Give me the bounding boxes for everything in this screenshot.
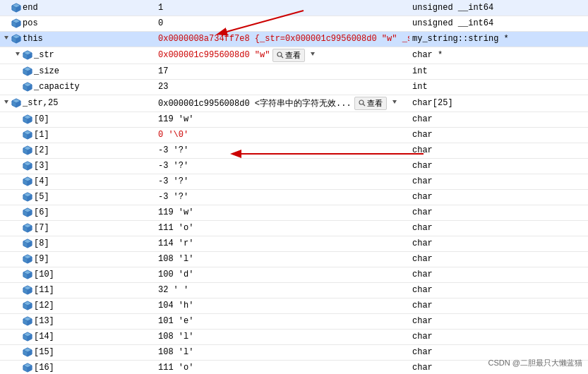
type-cell: char <box>409 174 588 189</box>
value-cell: 17 <box>155 64 409 79</box>
value-cell: 23 <box>155 79 409 95</box>
table-row[interactable]: _capacity23int <box>0 79 588 95</box>
value-text: 0x000001c9956008d0 <字符串中的字符无效... <box>158 97 352 109</box>
var-name: _str <box>34 50 54 60</box>
search-icon <box>359 99 366 107</box>
expand-icon[interactable] <box>3 34 10 44</box>
svg-line-37 <box>363 104 365 107</box>
value-cell: 108 'l' <box>155 344 409 360</box>
type-cell: char <box>409 127 588 143</box>
name-cell: [8] <box>0 236 155 251</box>
expand-value-icon[interactable] <box>391 98 398 108</box>
value-text: 104 'h' <box>158 301 193 310</box>
type-cell: char <box>409 158 588 174</box>
value-cell: 111 'o' <box>155 360 409 374</box>
type-cell: char <box>409 205 588 220</box>
value-text: 17 <box>158 66 168 76</box>
table-row[interactable]: end1unsigned __int64 <box>0 0 588 16</box>
table-row[interactable]: [6]119 'w'char <box>0 205 588 220</box>
type-cell: char <box>409 282 588 298</box>
search-button[interactable]: 查看 <box>354 97 387 110</box>
var-name: [6] <box>34 207 49 217</box>
table-row[interactable]: [12]104 'h'char <box>0 298 588 313</box>
type-cell: char <box>409 111 588 127</box>
table-row[interactable]: [11]32 ' 'char <box>0 282 588 298</box>
debug-container: end1unsigned __int64 pos0unsigned __int6… <box>0 0 588 374</box>
value-text: 111 'o' <box>158 223 193 233</box>
value-text: 119 'w' <box>158 207 193 217</box>
value-cell: -3 '?' <box>155 143 409 158</box>
table-row[interactable]: [14]108 'l'char <box>0 329 588 344</box>
var-name: [10] <box>34 270 54 279</box>
value-cell: -3 '?' <box>155 189 409 205</box>
table-row[interactable]: [8]114 'r'char <box>0 236 588 251</box>
table-row[interactable]: [2]-3 '?'char <box>0 143 588 158</box>
svg-line-21 <box>282 56 284 59</box>
value-text: 32 ' ' <box>158 285 188 295</box>
table-row[interactable]: _size17int <box>0 64 588 79</box>
var-name: [4] <box>34 176 49 186</box>
value-text: 0x000001c9956008d0 "w" <box>158 50 270 60</box>
value-text: 0x0000008a734ff7e8 {_str=0x000001c995600… <box>158 34 409 44</box>
name-cell: [11] <box>0 282 155 298</box>
type-cell: my_string::string * <box>409 31 588 47</box>
value-text: 108 'l' <box>158 254 193 264</box>
expand-icon[interactable] <box>14 50 21 60</box>
name-cell: [3] <box>0 158 155 174</box>
table-row[interactable]: [7]111 'o'char <box>0 220 588 236</box>
value-text: -3 '?' <box>158 145 188 155</box>
var-name: [9] <box>34 254 49 264</box>
value-cell: 119 'w' <box>155 111 409 127</box>
value-text: 108 'l' <box>158 332 193 342</box>
expand-value-icon[interactable] <box>309 50 316 60</box>
table-row[interactable]: _str0x000001c9956008d0 "w" 查看 char * <box>0 47 588 64</box>
var-name: _capacity <box>34 82 80 92</box>
value-text: 114 'r' <box>158 239 193 248</box>
type-cell: int <box>409 79 588 95</box>
table-row[interactable]: [5]-3 '?'char <box>0 189 588 205</box>
table-row[interactable]: [4]-3 '?'char <box>0 174 588 189</box>
svg-point-36 <box>359 100 364 104</box>
search-icon <box>277 52 284 59</box>
type-cell: char <box>409 313 588 329</box>
var-name: [8] <box>34 239 49 248</box>
svg-marker-38 <box>392 100 397 104</box>
name-cell: _str <box>0 47 155 64</box>
name-cell: [5] <box>0 189 155 205</box>
var-name: [11] <box>34 285 54 295</box>
table-row[interactable]: this0x0000008a734ff7e8 {_str=0x000001c99… <box>0 31 588 47</box>
value-text: 0 '\0' <box>158 130 188 140</box>
var-name: [1] <box>34 130 49 140</box>
value-cell: 108 'l' <box>155 329 409 344</box>
table-row[interactable]: [3]-3 '?'char <box>0 158 588 174</box>
table-row[interactable]: [13]101 'e'char <box>0 313 588 329</box>
value-text: -3 '?' <box>158 192 188 202</box>
search-button[interactable]: 查看 <box>272 49 305 62</box>
table-row[interactable]: [10]100 'd'char <box>0 267 588 282</box>
value-text: -3 '?' <box>158 176 188 186</box>
name-cell: [0] <box>0 111 155 127</box>
watermark: CSDN @二胆最只大懒蓝猫 <box>488 358 582 368</box>
table-row[interactable]: [1]0 '\0'char <box>0 127 588 143</box>
expand-icon[interactable] <box>3 98 10 108</box>
value-text: 111 'o' <box>158 363 193 373</box>
name-cell: [6] <box>0 205 155 220</box>
value-cell: 111 'o' <box>155 220 409 236</box>
var-name: [16] <box>34 363 54 373</box>
value-cell: 32 ' ' <box>155 282 409 298</box>
value-text: -3 '?' <box>158 161 188 171</box>
name-cell: _capacity <box>0 79 155 95</box>
type-cell: char <box>409 298 588 313</box>
var-name: [15] <box>34 347 54 357</box>
table-row[interactable]: [0]119 'w'char <box>0 111 588 127</box>
value-text: 1 <box>158 3 163 13</box>
svg-marker-10 <box>4 36 8 40</box>
value-cell: 100 'd' <box>155 267 409 282</box>
name-cell: [13] <box>0 313 155 329</box>
table-row[interactable]: _str,250x000001c9956008d0 <字符串中的字符无效... … <box>0 95 588 111</box>
name-cell: end <box>0 0 155 16</box>
table-row[interactable]: [9]108 'l'char <box>0 251 588 267</box>
value-text: 108 'l' <box>158 347 193 357</box>
table-row[interactable]: pos0unsigned __int64 <box>0 16 588 31</box>
value-cell: 0x000001c9956008d0 <字符串中的字符无效... 查看 <box>155 95 409 111</box>
